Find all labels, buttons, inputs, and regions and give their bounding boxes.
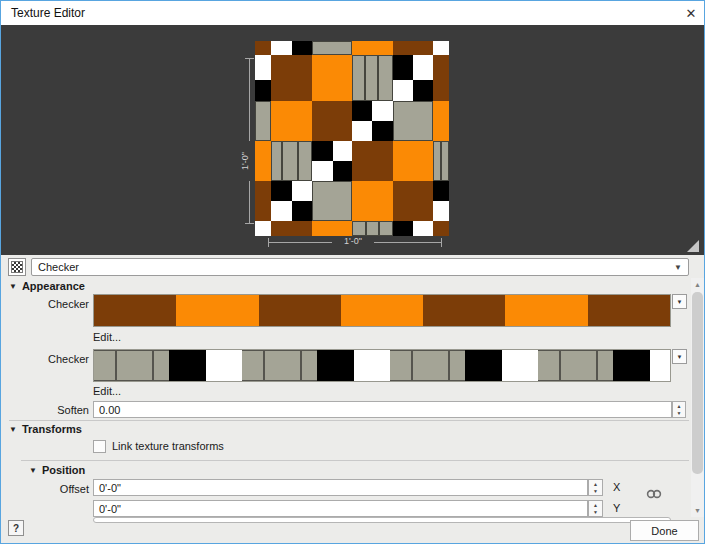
offset-x-input[interactable]: 0'-0": [93, 479, 588, 496]
section-appearance[interactable]: ▼ Appearance: [9, 280, 85, 292]
checker2-swatch[interactable]: [93, 349, 671, 382]
texture-cell: [433, 55, 449, 102]
swatch-segment: [169, 350, 206, 381]
texture-cell: [433, 101, 449, 141]
clipped-field-edge[interactable]: [93, 517, 671, 523]
texture-cell: [292, 181, 312, 201]
help-button[interactable]: ?: [8, 520, 24, 536]
swatch-segment: [390, 350, 411, 381]
section-transforms[interactable]: ▼ Transforms: [9, 423, 82, 435]
checker1-edit-link[interactable]: Edit...: [93, 331, 121, 343]
swatch-segment: [94, 350, 115, 381]
texture-cell: [271, 55, 313, 102]
swatch-segment: [94, 295, 176, 326]
scroll-down-icon[interactable]: ▼: [691, 504, 704, 517]
swatch-segment: [413, 350, 448, 381]
texture-type-value: Checker: [38, 261, 674, 273]
offset-x-spinner[interactable]: ▲ ▼: [588, 479, 603, 496]
texture-cell: [255, 55, 271, 80]
texture-type-dropdown[interactable]: Checker ▼: [31, 258, 689, 276]
checker-map-icon-button[interactable]: [8, 258, 26, 276]
texture-cell: [372, 101, 392, 121]
texture-cell: [441, 141, 449, 181]
texture-cell: [312, 181, 352, 221]
texture-cell: [433, 181, 449, 201]
texture-cell: [333, 141, 352, 161]
texture-cell: [312, 55, 352, 102]
checker2-label: Checker: [1, 353, 89, 365]
spin-down-icon[interactable]: ▼: [589, 509, 602, 517]
swatch-segment: [450, 350, 465, 381]
spin-up-icon[interactable]: ▲: [589, 501, 602, 509]
checker1-swatch[interactable]: [93, 294, 671, 327]
texture-tile: [255, 41, 449, 236]
texture-cell: [292, 201, 312, 221]
soften-spinner[interactable]: ▲ ▼: [672, 401, 686, 418]
offset-y-spinner[interactable]: ▲ ▼: [588, 500, 603, 517]
swatch-segment: [242, 350, 263, 381]
spin-down-icon[interactable]: ▼: [673, 410, 685, 418]
texture-cell: [271, 181, 292, 201]
soften-label: Soften: [1, 404, 89, 416]
link-transforms-checkbox[interactable]: [93, 440, 106, 453]
swatch-segment: [154, 350, 169, 381]
texture-cell: [365, 55, 379, 102]
swatch-segment: [265, 350, 300, 381]
swatch-segment: [302, 350, 317, 381]
settings-scrollbar[interactable]: ▲ ▼: [691, 278, 704, 517]
appearance-header-label: Appearance: [22, 280, 85, 292]
preview-resize-grip[interactable]: [687, 240, 699, 252]
texture-cell: [413, 55, 433, 80]
offset-y-input[interactable]: 0'-0": [93, 500, 588, 517]
soften-input[interactable]: 0.00: [93, 401, 672, 418]
width-dimension-label: 1'-0": [332, 236, 374, 246]
swatch-segment: [354, 350, 390, 381]
texture-cell: [312, 141, 332, 161]
done-button[interactable]: Done: [630, 520, 699, 541]
spin-up-icon[interactable]: ▲: [673, 402, 685, 410]
texture-editor-dialog: Texture Editor ✕ 1'-0" 1'-0" Checker ▼ ▲…: [0, 0, 705, 544]
texture-preview-area: 1'-0" 1'-0": [1, 25, 704, 255]
swatch-segment: [259, 295, 341, 326]
swatch-segment: [650, 350, 671, 381]
width-dim-tick-right: [441, 238, 442, 247]
width-dim-tick-left: [268, 238, 269, 247]
texture-cell: [352, 121, 372, 141]
texture-cell: [312, 101, 352, 141]
scroll-up-icon[interactable]: ▲: [691, 278, 704, 291]
offset-x-value: 0'-0": [99, 482, 121, 494]
soften-value: 0.00: [99, 404, 120, 416]
checker2-edit-link[interactable]: Edit...: [93, 385, 121, 397]
texture-cell: [255, 141, 271, 181]
transforms-header-label: Transforms: [22, 423, 82, 435]
dialog-title: Texture Editor: [11, 6, 85, 20]
link-xy-icon[interactable]: [645, 489, 663, 501]
section-position[interactable]: ▼ Position: [29, 464, 85, 476]
close-icon[interactable]: ✕: [681, 3, 701, 23]
swatch-segment: [341, 295, 423, 326]
texture-cell: [312, 221, 352, 236]
spin-up-icon[interactable]: ▲: [589, 480, 602, 488]
chevron-down-icon: ▼: [674, 263, 682, 272]
position-header-label: Position: [42, 464, 85, 476]
spin-down-icon[interactable]: ▼: [589, 488, 602, 496]
texture-cell: [433, 221, 449, 236]
swatch-segment: [588, 295, 670, 326]
collapse-triangle-icon: ▼: [29, 466, 37, 475]
texture-cell: [255, 41, 271, 55]
collapse-triangle-icon: ▼: [9, 282, 17, 291]
texture-cell: [379, 221, 393, 236]
checker1-label: Checker: [1, 298, 89, 310]
texture-cell: [312, 41, 352, 55]
checker2-dropdown-icon[interactable]: ▼: [672, 349, 687, 364]
offset-y-value: 0'-0": [99, 503, 121, 515]
texture-cell: [352, 181, 393, 221]
texture-cell: [271, 101, 313, 141]
swatch-segment: [561, 350, 596, 381]
texture-cell: [393, 55, 413, 80]
swatch-segment: [423, 295, 505, 326]
texture-cell: [352, 55, 365, 102]
checker1-dropdown-icon[interactable]: ▼: [672, 294, 687, 309]
scrollbar-thumb[interactable]: [692, 292, 703, 474]
collapse-triangle-icon: ▼: [9, 425, 17, 434]
